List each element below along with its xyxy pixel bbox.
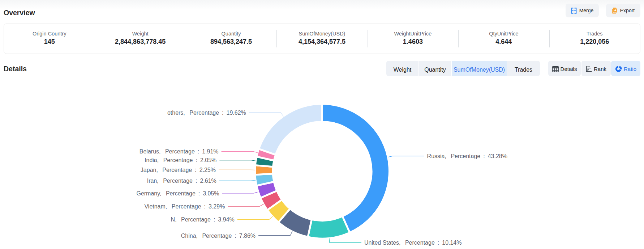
svg-text:China, Percentage : 7.86%: China, Percentage : 7.86%	[181, 233, 256, 239]
svg-text:United States, Percentage : 1: United States, Percentage : 10.14%	[364, 240, 462, 246]
svg-text:others, Percentage : 19.62%: others, Percentage : 19.62%	[167, 110, 246, 116]
svg-text:Russia, Percentage : 43.28%: Russia, Percentage : 43.28%	[427, 153, 507, 159]
svg-text:Iran, Percentage : 2.61%: Iran, Percentage : 2.61%	[147, 178, 216, 184]
svg-text:Belarus, Percentage : 1.91%: Belarus, Percentage : 1.91%	[139, 148, 219, 155]
svg-text:India, Percentage : 2.05%: India, Percentage : 2.05%	[145, 157, 216, 163]
svg-text:Vietnam, Percentage : 3.29%: Vietnam, Percentage : 3.29%	[144, 203, 225, 210]
svg-text:Germany, Percentage : 3.05%: Germany, Percentage : 3.05%	[136, 190, 219, 197]
svg-text:N, Percentage : 3.94%: N, Percentage : 3.94%	[171, 216, 235, 223]
svg-text:Japan, Percentage : 2.25%: Japan, Percentage : 2.25%	[141, 167, 216, 173]
